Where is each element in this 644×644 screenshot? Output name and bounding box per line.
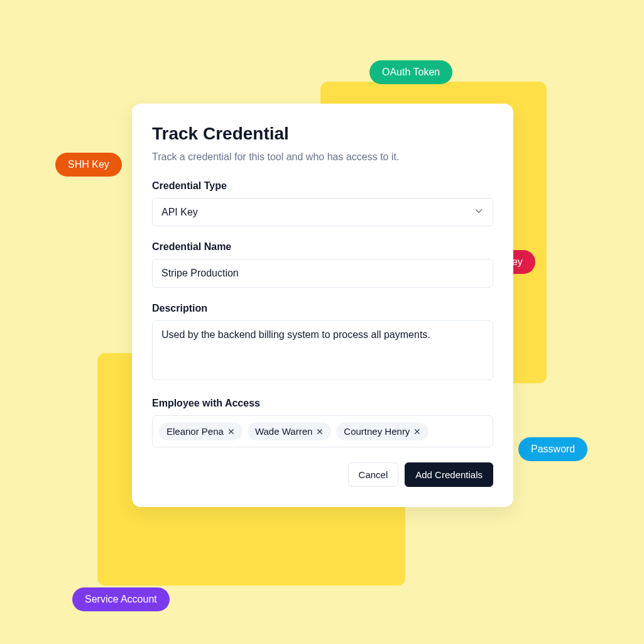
employee-tag: Wade Warren ✕	[248, 422, 331, 440]
employee-tag-label: Eleanor Pena	[166, 426, 224, 437]
credential-type-select[interactable]: API Key	[152, 198, 493, 226]
employee-tag-label: Wade Warren	[255, 426, 312, 437]
close-icon[interactable]: ✕	[227, 427, 235, 436]
employee-tag-label: Courtney Henry	[344, 426, 410, 437]
description-label: Description	[152, 303, 493, 314]
credential-name-label: Credential Name	[152, 241, 493, 253]
description-textarea[interactable]: Used by the backend billing system to pr…	[152, 320, 493, 380]
employee-tag: Eleanor Pena ✕	[159, 422, 243, 440]
close-icon[interactable]: ✕	[413, 427, 421, 436]
modal-subtitle: Track a credential for this tool and who…	[152, 151, 493, 163]
track-credential-modal: Track Credential Track a credential for …	[132, 104, 513, 507]
employee-access-label: Employee with Access	[152, 398, 493, 409]
pill-shh-key: SHH Key	[55, 153, 122, 177]
pill-oauth-token: OAuth Token	[369, 60, 452, 84]
modal-title: Track Credential	[152, 124, 493, 144]
add-credentials-button[interactable]: Add Credentials	[405, 462, 493, 487]
pill-password: Password	[518, 437, 587, 461]
credential-type-label: Credential Type	[152, 180, 493, 192]
credential-name-input[interactable]	[152, 259, 493, 288]
cancel-button[interactable]: Cancel	[348, 462, 399, 487]
close-icon[interactable]: ✕	[316, 427, 324, 436]
employee-tag: Courtney Henry ✕	[336, 422, 428, 440]
pill-service-account: Service Account	[72, 587, 170, 611]
employee-access-input[interactable]: Eleanor Pena ✕ Wade Warren ✕ Courtney He…	[152, 415, 493, 447]
